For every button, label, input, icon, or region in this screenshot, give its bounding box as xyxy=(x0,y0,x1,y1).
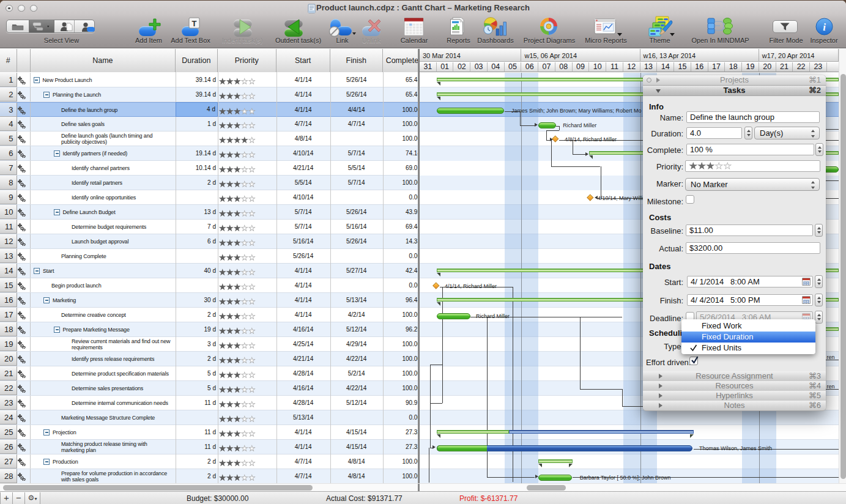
svg-text:i: i xyxy=(823,21,826,33)
svg-text:T: T xyxy=(192,19,197,28)
